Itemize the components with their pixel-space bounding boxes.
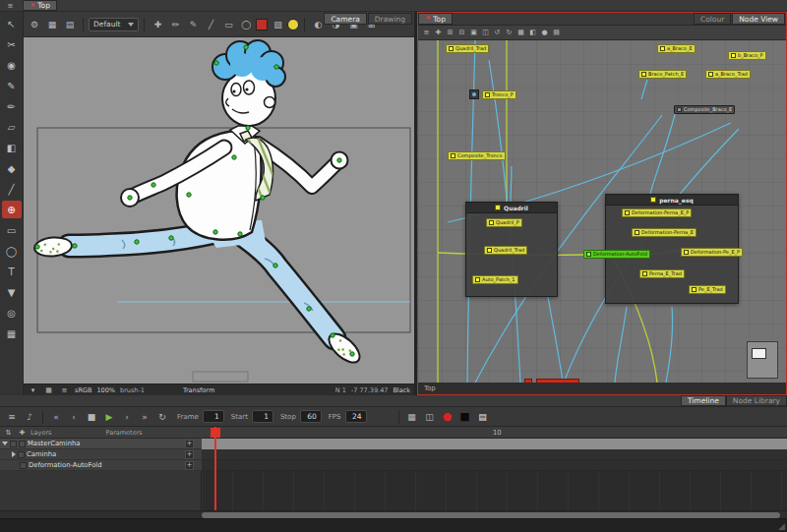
backdrop-icon[interactable]: ◫ (480, 28, 491, 38)
node-deformation-autofold[interactable]: Deformation-AutoFold (583, 250, 650, 259)
tab-drawing[interactable]: Drawing (368, 13, 412, 25)
ellipse-tool[interactable]: ◯ (2, 242, 22, 260)
stroke-icon[interactable]: ╱ (203, 17, 218, 32)
record-button[interactable]: ● (440, 409, 455, 425)
contour-editor-tool[interactable]: ◉ (2, 56, 22, 74)
gear-icon[interactable]: ⚙ (27, 17, 42, 32)
tab-node-view[interactable]: Node View (732, 13, 785, 25)
grid-icon[interactable]: ▦ (44, 17, 60, 32)
menu-icon[interactable]: ≡ (4, 409, 20, 425)
tab-colour[interactable]: Colour (694, 13, 731, 25)
loop-button[interactable]: ↻ (154, 409, 170, 425)
app-menu-icon[interactable]: ≡ (5, 0, 16, 11)
fps-input[interactable]: 24 (345, 410, 367, 423)
preset-dropdown[interactable]: Default (89, 18, 139, 31)
track-deformation-autofold[interactable] (202, 460, 787, 471)
add-parameter-button[interactable]: + (185, 450, 194, 459)
bg-colour-select[interactable]: Black (393, 386, 410, 394)
pencil-icon[interactable]: ✏ (167, 17, 183, 32)
view-menu-icon[interactable]: ▾ (28, 384, 38, 395)
paint-tool[interactable]: ◧ (2, 139, 22, 156)
select-tool[interactable]: ↖ (2, 15, 22, 32)
play-button[interactable]: ▶ (101, 409, 117, 425)
display-bar-red[interactable] (536, 379, 579, 383)
line-tool[interactable]: ╱ (2, 180, 22, 198)
palette-icon[interactable]: ▧ (270, 17, 285, 32)
layer-row-caminha[interactable]: Caminha + (0, 449, 202, 460)
node-quadril-p[interactable]: Quadril_P (486, 218, 522, 227)
layer-row-mastercaminha[interactable]: MasterCaminha + (0, 439, 202, 449)
node-auto-patch[interactable]: Auto_Patch_1 (472, 275, 518, 284)
expander-closed-icon[interactable] (12, 451, 16, 457)
add-parameter-button[interactable]: + (185, 440, 194, 448)
split-view-icon[interactable]: ◫ (422, 409, 438, 425)
playhead-handle[interactable] (211, 428, 220, 438)
add-parameter-button[interactable]: + (185, 461, 194, 470)
sort-icon[interactable]: ⇅ (3, 427, 14, 438)
add-layer-icon[interactable]: ✚ (17, 427, 28, 438)
zoom-tool[interactable]: ◎ (2, 304, 22, 322)
node-deformation-perna-e[interactable]: Deformation-Perna_E (632, 228, 696, 237)
horizontal-scrollbar[interactable] (0, 510, 787, 518)
list-view-icon[interactable]: ▤ (475, 409, 491, 425)
grid-toggle-icon[interactable]: ▦ (43, 384, 54, 395)
frames-pane[interactable]: 10 (202, 427, 787, 512)
node-deformation-pe-e-p[interactable]: Deformation-Pe_E_P (681, 248, 743, 257)
prev-frame-button[interactable]: ‹ (66, 409, 82, 425)
node-a-braco-e[interactable]: a_Braco_E (657, 44, 696, 53)
colour-swatch[interactable] (256, 19, 268, 30)
group-quadril[interactable]: Quadril Quadril_P Quadril_Trad Auto_Patc… (465, 202, 558, 297)
node-graph[interactable]: Quadril_Trad Tronco_P Composite_Tronco a… (418, 40, 786, 383)
field-grid-icon[interactable]: ▤ (62, 17, 78, 32)
playhead-line[interactable] (214, 427, 216, 512)
group-perna-esq[interactable]: perna_esq Deformation-Perna_E_P Deformat… (605, 194, 739, 304)
node-scene-tab[interactable]: ⚑ Top (418, 13, 453, 25)
node-tronco-p[interactable]: Tronco_P (482, 90, 516, 99)
navigator-icon[interactable]: ◧ (527, 28, 538, 38)
hand-tool[interactable]: ▦ (2, 325, 22, 342)
pencil-tool[interactable]: ✏ (2, 97, 22, 115)
ink-tool[interactable]: ◆ (2, 159, 22, 177)
add-drawing-icon[interactable]: ✚ (150, 17, 165, 32)
node-braco-patch-e[interactable]: Braco_Patch_E (638, 70, 687, 79)
colour-swatch[interactable]: ■ (457, 409, 473, 425)
cutter-tool[interactable]: ✂ (2, 35, 22, 53)
options-icon[interactable]: ≡ (59, 384, 70, 395)
node-quadril-trad-inner[interactable]: Quadril_Trad (484, 246, 527, 255)
node-a-braco-trad[interactable]: a_Braco_Trad (705, 70, 751, 79)
node-quadril-trad[interactable]: Quadril_Trad (446, 44, 489, 53)
ellipse-icon[interactable]: ◯ (238, 17, 254, 32)
next-frame-button[interactable]: › (119, 409, 135, 425)
node-deformation-perna-e-p[interactable]: Deformation-Perna_E_P (622, 208, 692, 217)
display-icon[interactable]: ▣ (468, 28, 479, 38)
node-pe-e-trad[interactable]: Pe_E_Trad (689, 285, 726, 294)
stop-input[interactable]: 60 (300, 410, 322, 423)
colorspace-select[interactable]: sRGB (75, 386, 91, 394)
add-node-icon[interactable]: ✚ (433, 28, 444, 38)
rectangle-tool[interactable]: ▭ (2, 221, 22, 239)
tab-timeline[interactable]: Timeline (681, 395, 726, 406)
group-icon[interactable]: ⊞ (445, 28, 455, 38)
track-caminha[interactable] (202, 449, 787, 460)
tab-camera[interactable]: Camera (324, 13, 366, 25)
start-input[interactable]: 1 (252, 410, 273, 423)
text-tool[interactable]: T (2, 263, 22, 280)
brush-tool[interactable]: ✎ (2, 77, 22, 94)
light-table-icon[interactable] (287, 19, 299, 30)
node-perna-e-trad[interactable]: Perna_E_Trad (639, 269, 685, 278)
resize-grip[interactable]: ◢ (778, 521, 785, 531)
layer-row-deformation-autofold[interactable]: Deformation-AutoFold + (0, 460, 202, 471)
eraser-tool[interactable]: ▱ (2, 118, 22, 136)
library-icon[interactable]: ▤ (551, 28, 562, 38)
redo-icon[interactable]: ↻ (504, 28, 515, 38)
node-composite-tronco[interactable]: Composite_Tronco (448, 151, 506, 160)
grid-icon[interactable]: ▦ (515, 28, 526, 38)
rectangle-icon[interactable]: ▭ (220, 17, 236, 32)
colour-icon[interactable]: ● (539, 28, 550, 38)
undo-icon[interactable]: ↺ (492, 28, 503, 38)
graph-navigator[interactable] (747, 341, 778, 379)
scene-tab-top[interactable]: ⚑ Top (23, 0, 57, 11)
peg-node-icon[interactable] (469, 89, 479, 99)
transform-tool[interactable]: ⊕ (2, 201, 22, 218)
sound-icon[interactable]: ♪ (22, 409, 37, 425)
